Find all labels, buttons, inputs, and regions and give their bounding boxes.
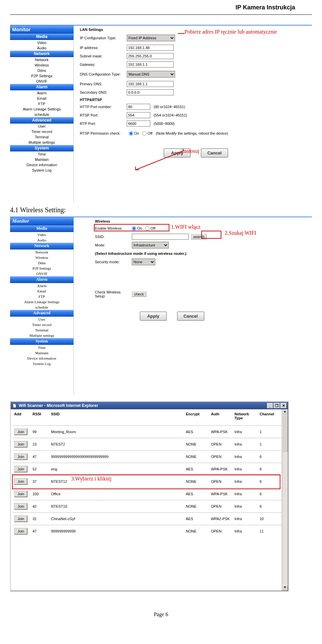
sidebar-item-wireless[interactable]: Wireless xyxy=(10,62,73,68)
sidebar-item-alarmlinkage[interactable]: Alarm Linkage Settings xyxy=(10,106,73,112)
sidebar-item-video[interactable]: Video xyxy=(10,40,73,45)
ssid-label: SSID: xyxy=(95,235,132,239)
sidebar-item-deviceinfo[interactable]: Device information xyxy=(10,356,73,361)
security-select[interactable]: None xyxy=(132,259,155,265)
join-button[interactable]: Join xyxy=(14,503,28,510)
ip-address-input[interactable] xyxy=(127,45,174,51)
join-button[interactable]: Join xyxy=(14,428,28,435)
scroll-up-button[interactable]: ▲ xyxy=(282,409,288,415)
sidebar-item-alarm[interactable]: Alarm xyxy=(10,90,73,96)
sidebar-item-onvif[interactable]: ONVIF xyxy=(10,271,73,276)
secondary-dns-input[interactable] xyxy=(127,89,174,95)
sidebar-item-multiple[interactable]: Multiple settings xyxy=(10,333,73,338)
sidebar-item-p2p[interactable]: P2P Settings xyxy=(10,266,73,271)
maximize-button[interactable]: ❐ xyxy=(274,403,280,408)
ip-config-select[interactable]: Fixed IP Address xyxy=(127,35,175,41)
rtp-port-input[interactable] xyxy=(127,121,150,127)
join-button[interactable]: Join xyxy=(14,491,28,497)
close-button[interactable]: ✕ xyxy=(280,403,286,408)
join-button[interactable]: Join xyxy=(14,528,28,535)
check-button[interactable]: check xyxy=(132,291,146,297)
cancel-button[interactable]: Cancel xyxy=(177,312,204,321)
sidebar-item-network[interactable]: Network xyxy=(10,57,73,62)
ip-config-label: IP Configuration Type: xyxy=(80,36,127,40)
scroll-thumb[interactable] xyxy=(282,415,288,452)
sidebar-item-wireless[interactable]: Wireless xyxy=(10,255,73,260)
table-row: Join99Meeting_RoomAESWPA-PSKInfra1 xyxy=(13,426,282,438)
cancel-button[interactable]: Cancel xyxy=(201,148,228,157)
rtsp-perm-off-radio[interactable] xyxy=(142,131,147,136)
sidebar-head-network: Network xyxy=(10,51,73,57)
search-button[interactable]: search xyxy=(191,234,207,239)
scroll-down-button[interactable]: ▼ xyxy=(282,585,288,591)
rtp-port-hint: (5000~8000) xyxy=(154,122,175,126)
wireless-heading: Wireless xyxy=(95,219,312,225)
sidebar-item-p2p[interactable]: P2P Settings xyxy=(10,73,73,79)
minimize-button[interactable]: _ xyxy=(267,403,273,408)
col-ssid: SSID xyxy=(50,411,184,426)
apply-button[interactable]: Apply xyxy=(140,312,167,321)
sidebar-item-ddns[interactable]: Ddns xyxy=(10,68,73,73)
sidebar-item-time[interactable]: Time xyxy=(10,345,73,350)
join-button[interactable]: Join xyxy=(14,478,28,485)
join-button[interactable]: Join xyxy=(14,466,28,472)
sidebar-item-video[interactable]: Video xyxy=(10,232,73,237)
cell-auth: OPEN xyxy=(210,451,233,463)
sidebar-item-schedule[interactable]: schedule xyxy=(10,112,73,117)
sidebar-item-user[interactable]: User xyxy=(10,317,73,322)
cell-encrypt: NONE xyxy=(184,500,210,513)
rtsp-perm-on-radio[interactable] xyxy=(129,131,133,136)
subnet-input[interactable] xyxy=(127,53,174,59)
sidebar-item-terminal[interactable]: Terminal xyxy=(10,327,73,333)
join-button[interactable]: Join xyxy=(14,515,28,522)
sidebar-item-systemlog[interactable]: System Log xyxy=(10,361,73,366)
http-port-input[interactable] xyxy=(127,104,150,110)
sidebar-item-ftp[interactable]: FTP xyxy=(10,294,73,299)
cell-encrypt: AES xyxy=(184,513,210,525)
ssid-input[interactable] xyxy=(132,234,189,240)
sidebar-item-network[interactable]: Network xyxy=(10,249,73,255)
join-button[interactable]: Join xyxy=(14,441,28,448)
lan-panel: Monitor Media Video Audio Network Networ… xyxy=(10,25,312,203)
sidebar-head-media: Media xyxy=(10,225,73,232)
sidebar-item-email[interactable]: Email xyxy=(10,96,73,101)
vertical-scrollbar[interactable]: ▲ ▼ xyxy=(282,409,288,591)
wireless-on-radio[interactable] xyxy=(132,226,136,231)
cell-encrypt: AES xyxy=(184,426,210,438)
sidebar-item-systemlog[interactable]: System Log xyxy=(10,168,73,173)
cell-encrypt: NONE xyxy=(184,525,210,538)
cell-nettype: Infra xyxy=(233,426,258,438)
annotation-search-wifi: 2.Szukaj WIFI xyxy=(225,230,256,236)
sidebar-item-maintain[interactable]: Maintain xyxy=(10,350,73,356)
wireless-off-radio[interactable] xyxy=(145,226,150,231)
sidebar-item-deviceinfo[interactable]: Device information xyxy=(10,162,73,168)
sidebar-item-onvif[interactable]: ONVIF xyxy=(10,79,73,84)
gateway-input[interactable] xyxy=(127,61,174,67)
sidebar-item-timerrecord[interactable]: Timer record xyxy=(10,322,73,327)
sidebar-item-time[interactable]: Time xyxy=(10,151,73,157)
sidebar-item-email[interactable]: Email xyxy=(10,288,73,294)
sidebar-item-timerrecord[interactable]: Timer record xyxy=(10,129,73,134)
sidebar-item-schedule[interactable]: schedule xyxy=(10,305,73,310)
document-icon xyxy=(12,403,17,408)
cell-auth: OPEN xyxy=(210,438,233,451)
sidebar-item-maintain[interactable]: Maintain xyxy=(10,157,73,162)
sidebar-item-ddns[interactable]: Ddns xyxy=(10,260,73,266)
sidebar-item-alarm[interactable]: Alarm xyxy=(10,283,73,288)
mode-select[interactable]: Infrastructure xyxy=(132,242,169,248)
sidebar-item-audio[interactable]: Audio xyxy=(10,237,73,243)
join-button[interactable]: Join xyxy=(14,453,28,460)
sidebar-item-ftp[interactable]: FTP xyxy=(10,101,73,106)
rtsp-port-input[interactable] xyxy=(127,112,150,118)
dns-config-select[interactable]: Manual DNS xyxy=(127,71,175,78)
annotation-fixedip: Pobierz adres IP ręcznie lub automatyczn… xyxy=(184,29,277,35)
sidebar-item-user[interactable]: User xyxy=(10,124,73,129)
cell-auth: WPA-PSK xyxy=(210,463,233,475)
sidebar-item-terminal[interactable]: Terminal xyxy=(10,134,73,140)
sidebar-item-audio[interactable]: Audio xyxy=(10,45,73,51)
cell-ssid: NTEST10 xyxy=(50,500,184,513)
primary-dns-input[interactable] xyxy=(127,81,174,87)
sidebar-item-alarmlinkage[interactable]: Alarm Linkage Settings xyxy=(10,299,73,305)
sidebar-item-multiple[interactable]: Multiple settings xyxy=(10,140,73,145)
ip-address-label: IP address: xyxy=(80,46,127,50)
